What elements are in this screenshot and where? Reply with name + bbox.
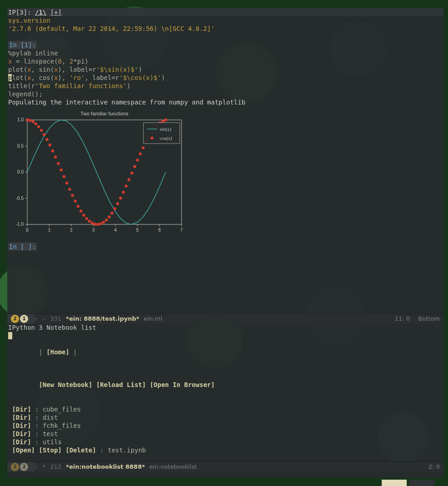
svg-text:2: 2 bbox=[70, 228, 73, 233]
ml2-badge1: 2 bbox=[11, 463, 19, 471]
svg-text:sin(x): sin(x) bbox=[160, 126, 171, 132]
svg-point-36 bbox=[49, 144, 51, 146]
nbl-dir-row: [Dir] : test bbox=[8, 430, 443, 438]
svg-point-65 bbox=[130, 172, 133, 174]
nbl-file-name[interactable]: test.ipynb bbox=[108, 446, 146, 454]
svg-point-59 bbox=[113, 207, 116, 210]
tab-strip: IP[3]: /1\ [+] bbox=[7, 8, 443, 16]
nbl-dir-name[interactable]: test bbox=[43, 430, 58, 437]
svg-point-62 bbox=[122, 191, 125, 193]
nbl-dir-row: [Dir] : utils bbox=[8, 438, 443, 446]
tab-active[interactable]: /1\ bbox=[35, 9, 46, 16]
nbl-dir-name[interactable]: utils bbox=[43, 438, 62, 446]
chart-svg: Two familiar functions01234567-1.0-0.50.… bbox=[9, 109, 186, 236]
svg-point-76 bbox=[162, 120, 164, 123]
cell1-line4[interactable]: plot(x, cos(x), 'ro', label=r'$\cos(x)$'… bbox=[8, 74, 443, 82]
svg-point-35 bbox=[45, 138, 48, 141]
modeline-top: 2 1 – 331 *ein: 8888/test.ipynb* ein:ml … bbox=[7, 313, 443, 323]
svg-point-64 bbox=[128, 178, 130, 181]
emacs-frame: IP[3]: /1\ [+] sys.version '2.7.6 (defau… bbox=[7, 8, 443, 478]
modeline-bottom: 2 2 * 212 *ein:notebooklist 8888* ein:no… bbox=[7, 461, 443, 471]
ml1-scroll: Bottom bbox=[412, 315, 440, 322]
nbl-open[interactable]: [Open] bbox=[12, 446, 35, 454]
svg-point-42 bbox=[65, 182, 68, 184]
taskbar-item[interactable] bbox=[409, 480, 434, 486]
svg-text:4: 4 bbox=[114, 228, 117, 233]
nbl-browser[interactable]: [Open In Browser] bbox=[150, 381, 215, 388]
nbl-dir-name[interactable]: cube_files bbox=[43, 406, 81, 413]
cell1-line1[interactable]: %pylab inline bbox=[8, 49, 443, 57]
nbl-cursor bbox=[8, 332, 12, 339]
svg-text:Two familiar functions: Two familiar functions bbox=[80, 111, 128, 116]
svg-point-63 bbox=[125, 184, 128, 187]
nbl-dir-row: [Dir] : cube_files bbox=[8, 405, 443, 413]
nbl-new[interactable]: [New Notebook] bbox=[39, 381, 92, 388]
ml1-buffer-name[interactable]: *ein: 8888/test.ipynb* bbox=[66, 315, 139, 323]
svg-point-81 bbox=[151, 137, 153, 139]
svg-point-54 bbox=[99, 222, 102, 225]
nbl-reload[interactable]: [Reload List] bbox=[96, 381, 146, 388]
nbl-dir-row: [Dir] : fchk_files bbox=[8, 422, 443, 430]
svg-point-39 bbox=[57, 162, 59, 165]
ml2-buffer-name[interactable]: *ein:notebooklist 8888* bbox=[66, 463, 145, 471]
svg-text:0: 0 bbox=[26, 228, 29, 233]
svg-point-43 bbox=[68, 188, 71, 191]
nbl-dir-tag[interactable]: [Dir] bbox=[12, 414, 31, 421]
svg-point-51 bbox=[91, 222, 94, 224]
tab-add[interactable]: [+] bbox=[50, 9, 62, 16]
nbl-dir-name[interactable]: fchk_files bbox=[43, 422, 81, 429]
svg-point-68 bbox=[139, 153, 142, 155]
svg-point-48 bbox=[82, 213, 85, 216]
cell1-line6[interactable]: legend(); bbox=[8, 90, 443, 98]
svg-point-31 bbox=[34, 122, 37, 125]
svg-point-77 bbox=[164, 119, 167, 121]
svg-point-45 bbox=[74, 200, 77, 203]
nbl-stop[interactable]: [Stop] bbox=[39, 446, 62, 454]
cell1-prompt: In [1]: bbox=[8, 41, 37, 49]
cell0-code[interactable]: sys.version bbox=[8, 16, 443, 25]
svg-text:6: 6 bbox=[158, 228, 161, 233]
svg-point-30 bbox=[31, 120, 34, 123]
cell2-prompt[interactable]: In [ ]: bbox=[8, 243, 37, 251]
cell0-output: '2.7.6 (default, Mar 22 2014, 22:59:56) … bbox=[8, 25, 443, 33]
ml1-mode: ein:ml bbox=[144, 315, 162, 323]
nbl-actions: [New Notebook] [Reload List] [Open In Br… bbox=[8, 372, 443, 397]
svg-point-33 bbox=[40, 129, 43, 132]
ml1-cursor-pos: 11: 0 bbox=[389, 315, 410, 322]
nbl-home[interactable]: [Home] bbox=[46, 348, 69, 356]
svg-point-52 bbox=[94, 223, 96, 225]
plot-output: Two familiar functions01234567-1.0-0.50.… bbox=[8, 106, 443, 240]
svg-point-41 bbox=[63, 175, 65, 178]
nbl-dir-name[interactable]: dist bbox=[43, 414, 58, 421]
nbl-dir-tag[interactable]: [Dir] bbox=[12, 406, 31, 413]
svg-point-50 bbox=[88, 220, 91, 223]
nbl-dir-tag[interactable]: [Dir] bbox=[12, 430, 31, 437]
svg-point-44 bbox=[71, 194, 74, 197]
svg-point-40 bbox=[60, 169, 63, 171]
svg-point-34 bbox=[43, 133, 45, 136]
svg-point-38 bbox=[54, 156, 57, 159]
svg-point-28 bbox=[26, 119, 29, 121]
tab-prefix: IP[3]: bbox=[8, 9, 35, 16]
ml2-badge2: 2 bbox=[20, 463, 28, 471]
cell1-line2[interactable]: x = linspace(0, 2*pi) bbox=[8, 57, 443, 65]
svg-point-29 bbox=[29, 119, 31, 122]
notebook-pane[interactable]: IP[3]: /1\ [+] sys.version '2.7.6 (defau… bbox=[7, 8, 443, 313]
nbl-delete[interactable]: [Delete] bbox=[65, 446, 96, 454]
svg-text:5: 5 bbox=[136, 228, 139, 233]
ml2-mode: ein:notebooklist bbox=[149, 463, 197, 471]
notebooklist-pane[interactable]: IPython 3 Notebook list | [Home] | [New … bbox=[7, 323, 443, 461]
nbl-dir-tag[interactable]: [Dir] bbox=[12, 422, 31, 429]
cell1-line3[interactable]: plot(x, sin(x), label=r'$\sin(x)$') bbox=[8, 65, 443, 74]
svg-point-57 bbox=[108, 215, 110, 218]
svg-text:-0.5: -0.5 bbox=[16, 196, 24, 201]
minibuffer[interactable] bbox=[7, 471, 443, 478]
svg-text:cos(x): cos(x) bbox=[160, 135, 172, 141]
nbl-dir-tag[interactable]: [Dir] bbox=[12, 438, 31, 446]
cell1-line5[interactable]: title(r'Two familiar functions') bbox=[8, 82, 443, 90]
svg-point-46 bbox=[77, 205, 79, 208]
svg-text:0.0: 0.0 bbox=[17, 169, 24, 174]
nbl-dir-row: [Dir] : dist bbox=[8, 413, 443, 422]
svg-point-60 bbox=[116, 202, 119, 205]
taskbar-item[interactable] bbox=[382, 480, 407, 486]
